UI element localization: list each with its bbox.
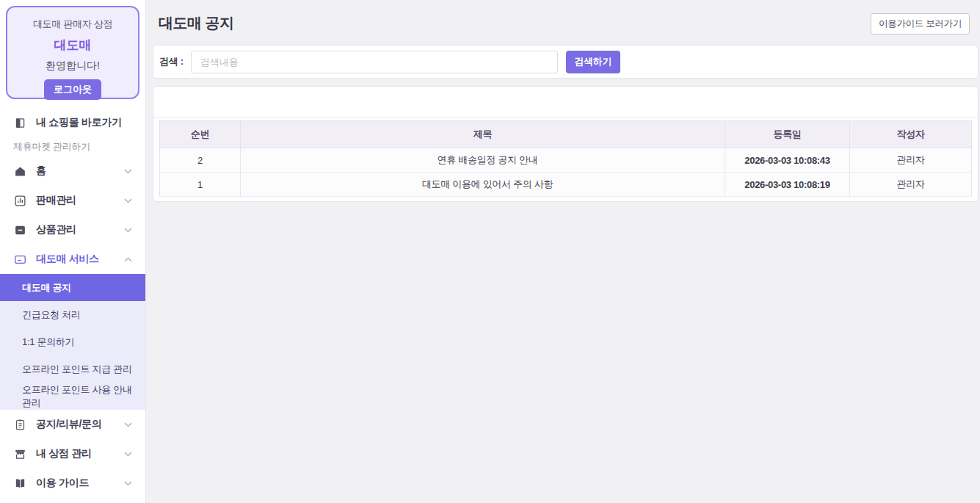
- sidebar-item-label: 판매관리: [36, 194, 124, 207]
- search-label: 검색 :: [159, 55, 184, 68]
- chevron-down-icon: [124, 228, 132, 233]
- sidebar-subitem-offline-point-usage[interactable]: 오프라인 포인트 사용 안내 관리: [0, 383, 145, 410]
- product-box-icon: [13, 223, 26, 236]
- sidebar-item-label: 홈: [36, 164, 124, 178]
- table-row[interactable]: 1 대도매 이용에 있어서 주의 사항 2026-03-03 10:08:19 …: [160, 173, 972, 197]
- table-wrapper: 순번 제목 등록일 작성자 2 연휴 배송일정 공지 안내 2026-03-03…: [153, 117, 978, 197]
- cell-no: 2: [160, 148, 241, 173]
- sidebar-item-wholesale-service[interactable]: 대도매 서비스: [0, 245, 145, 274]
- sidebar-subitem-offline-point-grant[interactable]: 오프라인 포인트 지급 관리: [0, 355, 145, 383]
- wholesale-service-submenu: 대도매 공지 긴급요청 처리 1:1 문의하기 오프라인 포인트 지급 관리 오…: [0, 274, 145, 410]
- cell-author: 관리자: [850, 173, 972, 197]
- chevron-up-icon: [124, 257, 132, 262]
- notice-list-panel: 순번 제목 등록일 작성자 2 연휴 배송일정 공지 안내 2026-03-03…: [153, 86, 979, 202]
- welcome-card: 대도매 판매자 상점 대도매 환영합니다! 로그아웃: [6, 6, 139, 99]
- sidebar-item-usage-guide[interactable]: 이용 가이드: [0, 468, 145, 498]
- sidebar: 대도매 판매자 상점 대도매 환영합니다! 로그아웃 내 쇼핑몰 바로가기 제휴…: [0, 0, 146, 503]
- chevron-down-icon: [124, 169, 132, 174]
- door-icon: [13, 116, 26, 129]
- page-title: 대도매 공지: [159, 13, 234, 33]
- main-header: 대도매 공지 이용가이드 보러가기: [147, 0, 980, 35]
- chevron-down-icon: [124, 452, 132, 457]
- sidebar-item-label: 내 쇼핑몰 바로가기: [36, 116, 132, 129]
- chevron-down-icon: [124, 422, 132, 427]
- sidebar-item-my-store-management[interactable]: 내 상점 관리: [0, 439, 145, 468]
- wholesale-service-icon: [13, 253, 26, 266]
- cell-no: 1: [160, 173, 241, 197]
- sales-chart-icon: [13, 194, 26, 207]
- sidebar-item-notice-review-inquiry[interactable]: 공지/리뷰/문의: [0, 410, 145, 439]
- search-panel: 검색 : 검색하기: [153, 45, 979, 79]
- sidebar-item-partner-market[interactable]: 제휴마켓 관리하기: [0, 137, 145, 156]
- sidebar-item-label: 대도매 서비스: [36, 253, 124, 266]
- cell-date: 2026-03-03 10:08:19: [725, 173, 850, 197]
- col-header-date: 등록일: [725, 121, 850, 148]
- col-header-no: 순번: [160, 121, 241, 148]
- greeting-text: 환영합니다!: [7, 59, 138, 73]
- store-name: 대도매: [7, 37, 138, 54]
- sidebar-item-label: 상품관리: [36, 223, 124, 236]
- notice-board-icon: [13, 418, 26, 431]
- sidebar-item-label: 공지/리뷰/문의: [36, 418, 124, 431]
- cell-author: 관리자: [850, 148, 972, 173]
- sidebar-item-sales-management[interactable]: 판매관리: [0, 186, 145, 215]
- logout-button[interactable]: 로그아웃: [44, 79, 101, 100]
- cell-title: 대도매 이용에 있어서 주의 사항: [241, 173, 725, 197]
- sidebar-subitem-urgent-request[interactable]: 긴급요청 처리: [0, 301, 145, 328]
- table-header-row: 순번 제목 등록일 작성자: [160, 121, 972, 148]
- guide-book-icon: [13, 477, 26, 490]
- main-content: 대도매 공지 이용가이드 보러가기 검색 : 검색하기 순번 제목 등록일 작성…: [147, 0, 980, 503]
- sidebar-item-product-management[interactable]: 상품관리: [0, 215, 145, 245]
- col-header-author: 작성자: [850, 121, 972, 148]
- sidebar-item-label: 이용 가이드: [36, 477, 124, 490]
- store-type-label: 대도매 판매자 상점: [7, 18, 138, 31]
- col-header-title: 제목: [241, 121, 725, 148]
- storefront-icon: [13, 447, 26, 460]
- table-toolbar: [153, 87, 978, 117]
- cell-date: 2026-03-03 10:08:43: [725, 148, 850, 173]
- notice-table: 순번 제목 등록일 작성자 2 연휴 배송일정 공지 안내 2026-03-03…: [159, 120, 972, 197]
- search-button[interactable]: 검색하기: [566, 51, 620, 73]
- sidebar-subitem-wholesale-notice[interactable]: 대도매 공지: [0, 274, 145, 301]
- home-icon: [13, 164, 26, 178]
- sidebar-item-home[interactable]: 홈: [0, 156, 145, 186]
- usage-guide-link-button[interactable]: 이용가이드 보러가기: [871, 13, 970, 35]
- cell-title: 연휴 배송일정 공지 안내: [241, 148, 725, 173]
- table-row[interactable]: 2 연휴 배송일정 공지 안내 2026-03-03 10:08:43 관리자: [160, 148, 972, 173]
- search-input[interactable]: [191, 51, 558, 73]
- sidebar-subitem-one-to-one-inquiry[interactable]: 1:1 문의하기: [0, 328, 145, 355]
- chevron-down-icon: [124, 198, 132, 203]
- chevron-down-icon: [124, 481, 132, 486]
- sidebar-item-label: 내 상점 관리: [36, 447, 124, 460]
- sidebar-item-my-shop-shortcut[interactable]: 내 쇼핑몰 바로가기: [0, 108, 145, 137]
